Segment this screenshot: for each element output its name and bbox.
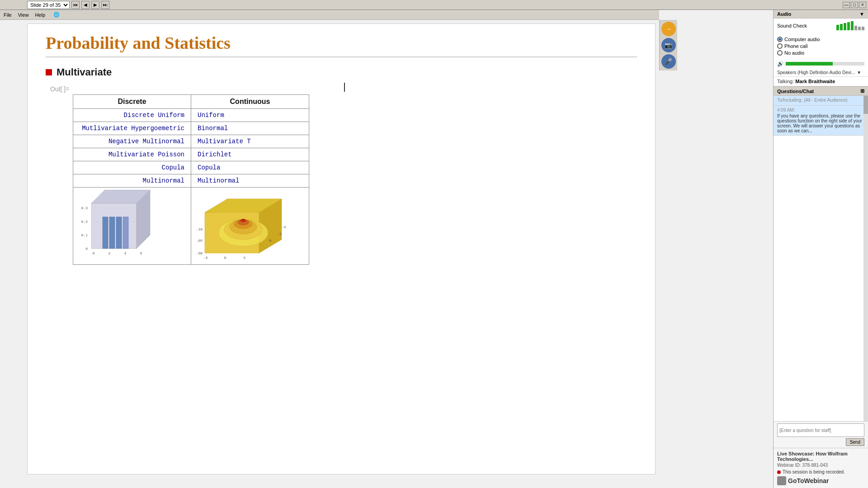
svg-rect-10 bbox=[116, 217, 122, 249]
audio-collapse-icon[interactable]: ▼ bbox=[859, 11, 864, 17]
webinar-section: Live Showcase: How Wolfram Technologies.… bbox=[774, 448, 868, 488]
continuous-chart-cell: 0.00 0.05 0.10 -5 0 5 0 bbox=[191, 188, 309, 265]
svg-text:0: 0 bbox=[269, 239, 272, 243]
sound-bar-1 bbox=[836, 25, 839, 30]
svg-text:0.2: 0.2 bbox=[81, 220, 88, 224]
speakers-dropdown-icon[interactable]: ▼ bbox=[857, 70, 861, 75]
radio-phone-label: Phone call bbox=[784, 43, 807, 49]
recording-dot bbox=[777, 470, 781, 474]
audio-options: Computer audio Phone call No audio bbox=[774, 35, 868, 59]
sound-bar-8 bbox=[862, 27, 864, 30]
main-container: → 📷 🎤 File View Help 🌐 Probability and S… bbox=[0, 10, 868, 488]
volume-icon: 🔊 bbox=[777, 61, 784, 67]
view-menu[interactable]: View bbox=[18, 12, 29, 18]
slide-area: → 📷 🎤 File View Help 🌐 Probability and S… bbox=[0, 10, 773, 488]
svg-rect-11 bbox=[123, 217, 128, 249]
slide-navigation[interactable]: Slide 29 of 35 ⏮ ◀ ▶ ⏭ bbox=[27, 1, 109, 9]
camera-icon[interactable]: 📷 bbox=[661, 38, 676, 52]
discrete-chart: n = 6 bbox=[73, 188, 191, 264]
qchat-expand-icon[interactable]: ⊞ bbox=[860, 88, 864, 94]
cell-discrete-uniform: Discrete Uniform bbox=[73, 109, 191, 122]
chat-scrollbar-thumb[interactable] bbox=[863, 96, 868, 114]
svg-text:0: 0 bbox=[224, 256, 226, 260]
radio-phone-call[interactable]: Phone call bbox=[777, 43, 864, 49]
arrow-icon[interactable]: → bbox=[661, 22, 676, 36]
volume-row: 🔊 bbox=[774, 59, 868, 69]
minimize-btn[interactable]: — bbox=[843, 2, 850, 8]
volume-level bbox=[786, 62, 833, 66]
chat-scrollbar[interactable] bbox=[863, 96, 868, 421]
close-btn[interactable]: × bbox=[859, 2, 866, 8]
cell-dirichlet: Dirichlet bbox=[191, 148, 309, 161]
chart-row: n = 6 bbox=[73, 188, 309, 265]
audio-header-label: Audio bbox=[777, 11, 791, 17]
table-row: Mutlivariate Hypergoemetric Binormal bbox=[73, 122, 309, 135]
qchat-header: Questions/Chat ⊞ bbox=[774, 86, 868, 96]
next-slide-btn[interactable]: ▶ bbox=[91, 1, 99, 9]
send-button[interactable]: Send bbox=[846, 438, 864, 446]
webinar-id: Webinar ID: 378-881-043 bbox=[777, 463, 864, 468]
svg-text:2: 2 bbox=[108, 251, 111, 255]
svg-text:0.10: 0.10 bbox=[196, 227, 203, 231]
window-controls[interactable]: — □ × bbox=[843, 2, 866, 8]
discrete-chart-svg: n = 6 bbox=[78, 190, 186, 262]
msg-time: 4:09 AM: bbox=[777, 108, 864, 113]
radio-dot-noaudio bbox=[777, 50, 783, 56]
svg-rect-8 bbox=[103, 217, 108, 249]
qchat-input-row: Send bbox=[774, 421, 868, 448]
gotowebinar-logo: GoToWebinar bbox=[777, 476, 864, 485]
audio-section: Sound Check bbox=[774, 19, 868, 35]
audience-header: To/Including: (All - Entire Audience) bbox=[777, 98, 864, 103]
recording-text: This session is being recorded. bbox=[783, 469, 845, 474]
slide-selector[interactable]: Slide 29 of 35 bbox=[27, 1, 70, 9]
svg-point-30 bbox=[242, 219, 244, 221]
globe-icon: 🌐 bbox=[53, 12, 60, 18]
file-menu[interactable]: File bbox=[4, 12, 12, 18]
sound-bar-4 bbox=[847, 22, 850, 30]
speakers-label: Speakers (High Definition Audio Devi... bbox=[777, 70, 855, 75]
cell-hypergoemetric: Mutlivariate Hypergoemetric bbox=[73, 122, 191, 135]
gotowebinar-text: GoToWebinar bbox=[788, 477, 829, 484]
last-slide-btn[interactable]: ⏭ bbox=[101, 1, 109, 9]
cell-copula-c: Copula bbox=[191, 161, 309, 174]
maximize-btn[interactable]: □ bbox=[851, 2, 858, 8]
slide-info: Slide 29 of 35 bbox=[27, 1, 70, 9]
webinar-title: Live Showcase: How Wolfram Technologies.… bbox=[777, 451, 864, 462]
talking-name: Mark Braithwaite bbox=[795, 79, 835, 84]
table-container: Discrete Continuous Discrete Uniform Uni… bbox=[73, 94, 637, 265]
cell-binormal: Binormal bbox=[191, 122, 309, 135]
text-cursor bbox=[344, 83, 345, 92]
help-menu[interactable]: Help bbox=[35, 12, 45, 18]
qchat-message: 4:09 AM: If you have any questions, plea… bbox=[774, 106, 868, 136]
col-continuous: Continuous bbox=[191, 95, 309, 109]
msg-text: If you have any questions, please use th… bbox=[777, 113, 864, 133]
audio-section-header: Audio ▼ bbox=[774, 10, 868, 19]
sound-bar-3 bbox=[844, 23, 846, 30]
table-row: Negative Multinormal Multivariate T bbox=[73, 135, 309, 148]
sound-bars bbox=[836, 21, 864, 30]
question-input[interactable] bbox=[777, 423, 864, 437]
cell-multivariate-t: Multivariate T bbox=[191, 135, 309, 148]
questions-chat-section: Questions/Chat ⊞ To/Including: (All - En… bbox=[774, 86, 868, 448]
cell-uniform: Uniform bbox=[191, 109, 309, 122]
mic-icon[interactable]: 🎤 bbox=[661, 54, 676, 69]
talking-label: Talking: bbox=[777, 79, 794, 84]
radio-no-audio[interactable]: No audio bbox=[777, 50, 864, 56]
qchat-body: To/Including: (All - Entire Audience) 4:… bbox=[774, 96, 868, 421]
svg-text:6: 6 bbox=[140, 251, 142, 255]
prev-slide-btn[interactable]: ◀ bbox=[81, 1, 90, 9]
table-row: Discrete Uniform Uniform bbox=[73, 109, 309, 122]
cell-neg-multinormal: Negative Multinormal bbox=[73, 135, 191, 148]
svg-text:-5: -5 bbox=[282, 225, 286, 229]
table-row: Multivariate Poisson Dirichlet bbox=[73, 148, 309, 161]
out-label: Out[ ]= bbox=[50, 85, 637, 93]
qchat-header-label: Questions/Chat bbox=[777, 89, 814, 94]
volume-bar[interactable] bbox=[786, 62, 864, 66]
first-slide-btn[interactable]: ⏮ bbox=[71, 1, 80, 9]
menu-bar: File View Help 🌐 bbox=[0, 10, 659, 20]
svg-text:0.00: 0.00 bbox=[196, 251, 203, 255]
svg-text:0: 0 bbox=[93, 251, 95, 255]
radio-computer-audio[interactable]: Computer audio bbox=[777, 37, 864, 42]
toolbar: → 📷 🎤 bbox=[659, 20, 677, 70]
svg-text:0.1: 0.1 bbox=[81, 233, 88, 237]
